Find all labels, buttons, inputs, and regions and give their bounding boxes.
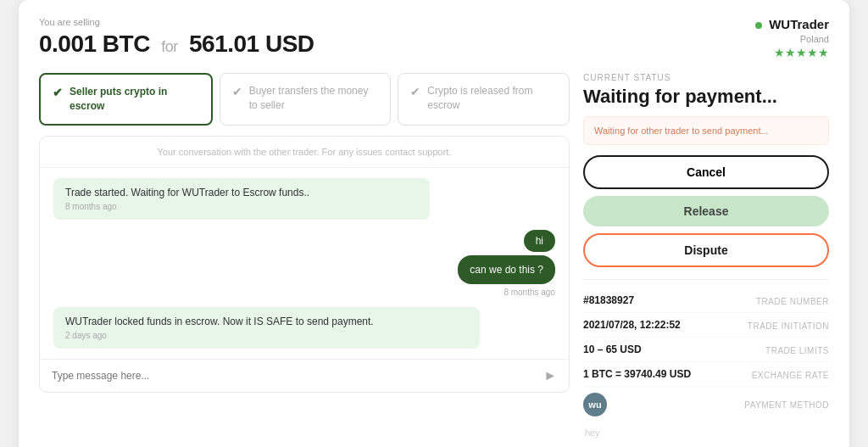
release-button[interactable]: Release: [583, 196, 829, 226]
payment-method-icon: wu: [583, 393, 607, 416]
trade-val-1: 2021/07/28, 12:22:52: [583, 319, 681, 331]
trade-val-0: #81838927: [583, 294, 634, 306]
trade-val-3: 1 BTC = 39740.49 USD: [583, 368, 691, 380]
send-icon[interactable]: ►: [543, 368, 557, 383]
payment-note: hey: [583, 427, 829, 438]
msg-system-3-time: 2 days ago: [65, 331, 468, 340]
msg-system-1: Trade started. Waiting for WUTrader to E…: [53, 178, 430, 220]
main-layout: ✔ Seller puts crypto in escrow ✔ Buyer t…: [39, 73, 829, 438]
chat-box: Your conversation with the other trader.…: [39, 136, 570, 393]
trade-details: #81838927 TRADE NUMBER 2021/07/28, 12:22…: [583, 279, 829, 438]
step-1-check-icon: ✔: [53, 86, 63, 99]
trade-key-2: TRADE LIMITS: [765, 346, 829, 355]
trade-key-3: EXCHANGE RATE: [752, 371, 829, 380]
status-title: Waiting for payment...: [583, 86, 829, 108]
step-3: ✔ Crypto is released from escrow: [398, 73, 570, 126]
username: WUTrader: [769, 17, 829, 31]
step-2: ✔ Buyer transfers the money to seller: [220, 73, 392, 126]
user-country: Poland: [755, 34, 829, 44]
payment-method-label: PAYMENT METHOD: [744, 400, 829, 410]
message-3: WUTrader locked funds in escrow. Now it …: [53, 307, 555, 349]
for-word: for: [161, 38, 178, 55]
trade-key-1: TRADE INITIATION: [748, 321, 829, 331]
user-stars: ★★★★★: [755, 46, 829, 59]
step-1: ✔ Seller puts crypto in escrow: [39, 73, 213, 126]
msg-system-3-text: WUTrader locked funds in escrow. Now it …: [65, 316, 374, 327]
msg-system-3: WUTrader locked funds in escrow. Now it …: [53, 307, 480, 349]
trade-key-0: TRADE NUMBER: [756, 297, 829, 306]
message-1: Trade started. Waiting for WUTrader to E…: [53, 178, 555, 220]
chat-header: Your conversation with the other trader.…: [40, 137, 569, 168]
step-2-check-icon: ✔: [232, 85, 242, 98]
right-panel: CURRENT STATUS Waiting for payment... Wa…: [583, 73, 829, 438]
selling-label: You are selling: [39, 17, 314, 27]
selling-amount: 0.001 BTC for 561.01 USD: [39, 31, 314, 58]
top-row: You are selling 0.001 BTC for 561.01 USD…: [39, 17, 829, 59]
left-panel: ✔ Seller puts crypto in escrow ✔ Buyer t…: [39, 73, 570, 438]
trade-row-2: 10 – 65 USD TRADE LIMITS: [583, 338, 829, 362]
status-notice: Waiting for other trader to send payment…: [583, 116, 829, 145]
current-status-label: CURRENT STATUS: [583, 73, 829, 82]
step-3-label: Crypto is released from escrow: [427, 84, 557, 113]
dispute-button[interactable]: Dispute: [583, 233, 829, 267]
chat-input[interactable]: [52, 370, 543, 382]
trade-row-3: 1 BTC = 39740.49 USD EXCHANGE RATE: [583, 362, 829, 387]
message-2: hi can we do this ? 8 months ago: [53, 230, 555, 297]
chat-messages: Trade started. Waiting for WUTrader to E…: [40, 168, 569, 359]
chat-input-row[interactable]: ►: [40, 359, 569, 392]
msg-system-1-text: Trade started. Waiting for WUTrader to E…: [65, 187, 309, 198]
selling-info: You are selling 0.001 BTC for 561.01 USD: [39, 17, 314, 58]
username-row: WUTrader: [755, 17, 829, 32]
msg-system-1-time: 8 months ago: [65, 202, 418, 211]
btc-amount: 0.001 BTC: [39, 31, 150, 57]
step-1-label: Seller puts crypto in escrow: [70, 85, 199, 114]
msg-cando: can we do this ?: [458, 255, 555, 284]
msg-2-time: 8 months ago: [504, 288, 555, 297]
cancel-button[interactable]: Cancel: [583, 155, 829, 189]
online-indicator: [755, 22, 762, 29]
user-info: WUTrader Poland ★★★★★: [755, 17, 829, 59]
trade-row-0: #81838927 TRADE NUMBER: [583, 288, 829, 313]
step-2-label: Buyer transfers the money to seller: [249, 84, 379, 113]
steps-row: ✔ Seller puts crypto in escrow ✔ Buyer t…: [39, 73, 570, 126]
payment-method-row: wu PAYMENT METHOD: [583, 387, 829, 422]
main-container: You are selling 0.001 BTC for 561.01 USD…: [19, 0, 849, 447]
step-3-check-icon: ✔: [410, 85, 420, 98]
trade-val-2: 10 – 65 USD: [583, 344, 642, 355]
msg-hi: hi: [524, 230, 555, 252]
usd-price: 561.01 USD: [189, 31, 314, 57]
trade-row-1: 2021/07/28, 12:22:52 TRADE INITIATION: [583, 313, 829, 338]
